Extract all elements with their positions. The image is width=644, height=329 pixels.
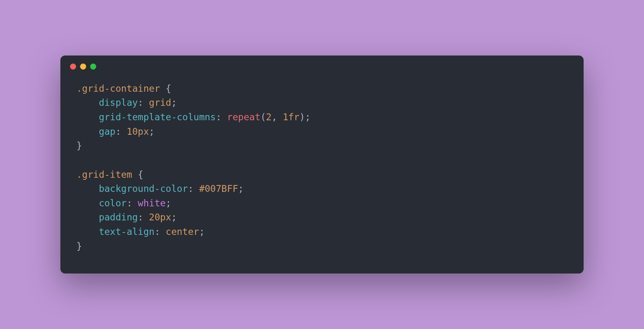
- code-line: text-align: center;: [76, 225, 568, 239]
- brace: }: [76, 140, 82, 151]
- code-line: display: grid;: [76, 96, 568, 110]
- semicolon: ;: [149, 126, 155, 137]
- colon: :: [138, 212, 149, 222]
- css-value: 10px: [127, 126, 149, 137]
- code-line: .grid-item {: [76, 168, 568, 182]
- css-value: grid: [149, 97, 171, 108]
- code-window: .grid-container { display: grid; grid-te…: [60, 56, 584, 274]
- brace: }: [76, 241, 82, 251]
- css-arg: 2: [266, 112, 272, 122]
- colon: :: [155, 226, 166, 237]
- css-property: color: [99, 198, 126, 208]
- code-content: .grid-container { display: grid; grid-te…: [60, 72, 584, 274]
- code-line: padding: 20px;: [76, 210, 568, 225]
- colon: :: [138, 97, 149, 108]
- code-line: .grid-container {: [76, 82, 568, 96]
- code-line: grid-template-columns: repeat(2, 1fr);: [76, 110, 568, 125]
- brace: {: [160, 83, 171, 94]
- paren: ): [299, 112, 305, 122]
- css-selector: .grid-item: [76, 169, 132, 180]
- minimize-icon[interactable]: [80, 64, 86, 70]
- css-property: gap: [99, 126, 116, 137]
- css-selector: .grid-container: [76, 83, 160, 94]
- css-property: text-align: [99, 226, 154, 237]
- indent: [76, 126, 99, 137]
- colon: :: [216, 112, 227, 122]
- css-function: repeat: [227, 112, 260, 122]
- window-titlebar: [60, 56, 584, 72]
- semicolon: ;: [238, 183, 244, 194]
- css-property: padding: [99, 212, 138, 222]
- css-value: 20px: [149, 212, 171, 222]
- indent: [76, 198, 99, 208]
- code-line: }: [76, 239, 568, 254]
- css-value: center: [166, 226, 199, 237]
- css-property: grid-template-columns: [99, 112, 216, 122]
- css-value: white: [138, 198, 165, 208]
- semicolon: ;: [305, 112, 311, 122]
- code-line: [76, 153, 568, 168]
- code-line: }: [76, 139, 568, 153]
- close-icon[interactable]: [70, 64, 76, 70]
- brace: {: [132, 169, 143, 180]
- maximize-icon[interactable]: [90, 64, 96, 70]
- paren: (: [260, 112, 266, 122]
- indent: [76, 112, 99, 122]
- css-arg: 1fr: [283, 112, 299, 122]
- semicolon: ;: [199, 226, 205, 237]
- code-line: background-color: #007BFF;: [76, 182, 568, 196]
- colon: :: [188, 183, 199, 194]
- semicolon: ;: [171, 212, 177, 222]
- code-line: gap: 10px;: [76, 125, 568, 139]
- semicolon: ;: [166, 198, 171, 208]
- colon: :: [127, 198, 138, 208]
- css-value: #007BFF: [199, 183, 238, 194]
- indent: [76, 212, 99, 222]
- code-line: color: white;: [76, 196, 568, 211]
- css-property: background-color: [99, 183, 188, 194]
- comma: ,: [272, 112, 283, 122]
- indent: [76, 226, 99, 237]
- indent: [76, 183, 99, 194]
- semicolon: ;: [171, 97, 177, 108]
- colon: :: [116, 126, 127, 137]
- css-property: display: [99, 97, 138, 108]
- indent: [76, 97, 99, 108]
